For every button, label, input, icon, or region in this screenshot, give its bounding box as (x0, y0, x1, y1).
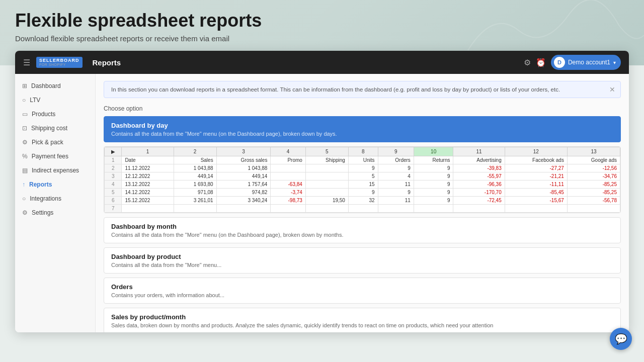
dashboard-icon: ⊞ (22, 82, 27, 89)
col-num-1: 1 (122, 147, 174, 156)
sidebar-item-integrations[interactable]: ○ Integrations (15, 192, 95, 206)
col-num-12: 12 (505, 147, 567, 156)
col-num-5: 5 (305, 147, 348, 156)
col-num-9: 9 (378, 147, 414, 156)
sidebar-label-shipping: Shipping cost (31, 125, 67, 132)
app-window: ☰ SELLERBOARD FOR SHOPIFY Reports ⚙ ⏰ D … (15, 51, 629, 332)
sidebar-label-integrations: Integrations (30, 195, 61, 202)
option-dashboard-by-product[interactable]: Dashboard by product Contains all the da… (104, 247, 621, 274)
products-icon: ▭ (22, 111, 28, 118)
table-row: 514.12.2022971,08974,82-3,74999-170,70-8… (105, 189, 620, 197)
account-name: Demo account1 (568, 59, 610, 66)
sidebar-item-indirect[interactable]: ▤ Indirect expenses (15, 163, 95, 177)
payment-icon: % (22, 153, 28, 160)
info-banner: In this section you can download reports… (104, 81, 621, 98)
option-dashboard-by-day[interactable]: Dashboard by day Contains all the data f… (104, 116, 621, 142)
sidebar-label-payment: Payment fees (32, 153, 68, 160)
option-sales-by-product-month[interactable]: Sales by product/month Sales data, broke… (104, 308, 621, 332)
logo-top: SELLERBOARD (39, 58, 79, 63)
sidebar-item-settings[interactable]: ⚙ Settings (15, 206, 95, 220)
sidebar-item-shipping[interactable]: ⊡ Shipping cost (15, 121, 95, 135)
sidebar-item-ltv[interactable]: ○ LTV (15, 93, 95, 107)
col-num-13: 13 (567, 147, 620, 156)
avatar: D (554, 57, 565, 68)
sidebar-label-reports: Reports (29, 181, 52, 188)
col-arrow: ▶ (105, 147, 122, 156)
option-dashboard-by-month[interactable]: Dashboard by month Contains all the data… (104, 217, 621, 243)
option-desc-day: Contains all the data from the "More" me… (111, 131, 613, 137)
header-units: Units (348, 156, 378, 164)
main-content: In this section you can download reports… (96, 74, 629, 332)
col-num-11: 11 (453, 147, 505, 156)
spreadsheet-preview: ▶ 1 2 3 4 5 8 9 10 11 12 (104, 146, 621, 213)
sidebar-label-indirect: Indirect expenses (32, 167, 79, 174)
sidebar-label-settings: Settings (32, 209, 53, 216)
pickpack-icon: ⚙ (22, 139, 28, 146)
hamburger-icon[interactable]: ☰ (23, 58, 30, 67)
history-nav-icon[interactable]: ⏰ (536, 58, 546, 67)
shipping-icon: ⊡ (22, 125, 27, 132)
header-sales: Sales (174, 156, 216, 164)
ltv-icon: ○ (22, 97, 26, 104)
col-num-2: 2 (174, 147, 216, 156)
settings-nav-icon[interactable]: ⚙ (524, 58, 531, 67)
col-num-10: 10 (414, 147, 453, 156)
header-date: Date (122, 156, 174, 164)
sidebar-item-reports[interactable]: ↑ Reports (15, 177, 95, 192)
table-row: 312.12.2022449,14449,14549-55,97-21,21-3… (105, 172, 620, 180)
option-title-day: Dashboard by day (111, 122, 613, 129)
chat-bubble[interactable]: 💬 (610, 328, 632, 350)
reports-icon: ↑ (22, 181, 25, 188)
account-button[interactable]: D Demo account1 ▾ (551, 55, 621, 70)
col-num-4: 4 (271, 147, 306, 156)
header-shipping: Shipping (305, 156, 348, 164)
option-desc-orders: Contains your orders, with information a… (111, 292, 613, 298)
sidebar: ⊞ Dashboard ○ LTV ▭ Products ⊡ Shipping … (15, 74, 96, 332)
sidebar-label-pickpack: Pick & pack (32, 139, 63, 146)
indirect-icon: ▤ (22, 167, 28, 174)
option-title-orders: Orders (111, 283, 613, 291)
sidebar-item-pickpack[interactable]: ⚙ Pick & pack (15, 135, 95, 149)
nav-title: Reports (93, 58, 524, 67)
sidebar-label-dashboard: Dashboard (31, 82, 61, 89)
header-gross: Gross sales (216, 156, 271, 164)
header-fb: Facebook ads (505, 156, 567, 164)
sidebar-item-products[interactable]: ▭ Products (15, 107, 95, 121)
close-icon[interactable]: ✕ (609, 85, 615, 94)
sidebar-item-payment[interactable]: % Payment fees (15, 149, 95, 163)
col-num-3: 3 (216, 147, 271, 156)
hero-subtitle: Download flexible spreadsheet reports or… (15, 34, 629, 43)
table-row: 615.12.20223 261,013 340,24-98,7319,5032… (105, 197, 620, 205)
option-orders[interactable]: Orders Contains your orders, with inform… (104, 278, 621, 304)
app-body: ⊞ Dashboard ○ LTV ▭ Products ⊡ Shipping … (15, 74, 629, 332)
col-num-8: 8 (348, 147, 378, 156)
info-text: In this section you can download reports… (111, 86, 560, 93)
option-title-product: Dashboard by product (111, 253, 613, 260)
nav-icons: ⚙ ⏰ D Demo account1 ▾ (524, 55, 621, 70)
sidebar-item-dashboard[interactable]: ⊞ Dashboard (15, 79, 95, 93)
integrations-icon: ○ (22, 195, 26, 202)
logo-area: SELLERBOARD FOR SHOPIFY (36, 57, 83, 68)
header-promo: Promo (271, 156, 306, 164)
sidebar-label-products: Products (32, 111, 55, 118)
option-title-month: Dashboard by month (111, 223, 613, 230)
option-desc-month: Contains all the data from the "More" me… (111, 232, 613, 238)
table-row: 413.12.20221 693,801 757,64-63,8415119-9… (105, 180, 620, 189)
table-row: 7 (105, 205, 620, 213)
header-google: Google ads (567, 156, 620, 164)
settings-icon: ⚙ (22, 209, 28, 216)
top-nav: ☰ SELLERBOARD FOR SHOPIFY Reports ⚙ ⏰ D … (15, 51, 629, 74)
hero-title: Flexible spreadsheet reports (15, 10, 629, 31)
option-title-sales: Sales by product/month (111, 313, 613, 321)
chevron-down-icon: ▾ (613, 60, 616, 65)
header-orders: Orders (378, 156, 414, 164)
sheet-table: ▶ 1 2 3 4 5 8 9 10 11 12 (104, 147, 620, 213)
option-desc-sales: Sales data, broken down by months and pr… (111, 322, 613, 328)
sidebar-label-ltv: LTV (30, 97, 40, 104)
header-adv: Advertising (453, 156, 505, 164)
option-desc-product: Contains all the data from the "More" me… (111, 262, 613, 268)
header-rownum: 1 (105, 156, 122, 164)
chat-icon: 💬 (615, 333, 627, 345)
logo-bottom: FOR SHOPIFY (39, 63, 79, 66)
table-row: 211.12.20221 043,881 043,88999-39,83-27,… (105, 164, 620, 172)
